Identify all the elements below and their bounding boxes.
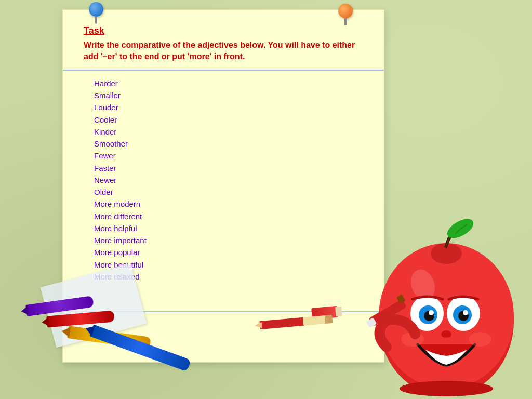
task-header: Task Write the comparative of the adject… xyxy=(63,10,384,68)
list-item: More modern xyxy=(94,198,363,210)
list-item: Cooler xyxy=(94,114,363,126)
list-item: Smaller xyxy=(94,89,363,101)
svg-point-19 xyxy=(400,381,493,396)
list-item: Older xyxy=(94,186,363,198)
list-item: Kinder xyxy=(94,126,363,138)
svg-point-15 xyxy=(469,332,491,347)
apple-character xyxy=(366,202,522,399)
crayon-blue xyxy=(89,325,191,372)
list-item: Newer xyxy=(94,174,363,186)
blue-pin xyxy=(89,2,103,23)
svg-point-12 xyxy=(463,310,468,315)
orange-pin xyxy=(338,4,353,24)
list-item: More different xyxy=(94,210,363,222)
task-title: Task xyxy=(84,25,363,36)
word-list: HarderSmallerLouderCoolerKinderSmootherF… xyxy=(63,68,384,288)
list-item: Louder xyxy=(94,101,363,113)
list-item: Smoother xyxy=(94,138,363,150)
task-description: Write the comparative of the adjectives … xyxy=(84,39,363,63)
svg-point-13 xyxy=(441,330,451,338)
list-item: Faster xyxy=(94,162,363,174)
list-item: Harder xyxy=(94,77,363,89)
crayons-area xyxy=(16,285,234,389)
list-item: More beautiful xyxy=(94,259,363,271)
list-item: Fewer xyxy=(94,150,363,162)
svg-point-11 xyxy=(429,310,434,315)
list-item: More important xyxy=(94,234,363,246)
list-item: More helpful xyxy=(94,222,363,234)
list-item: More popular xyxy=(94,246,363,258)
